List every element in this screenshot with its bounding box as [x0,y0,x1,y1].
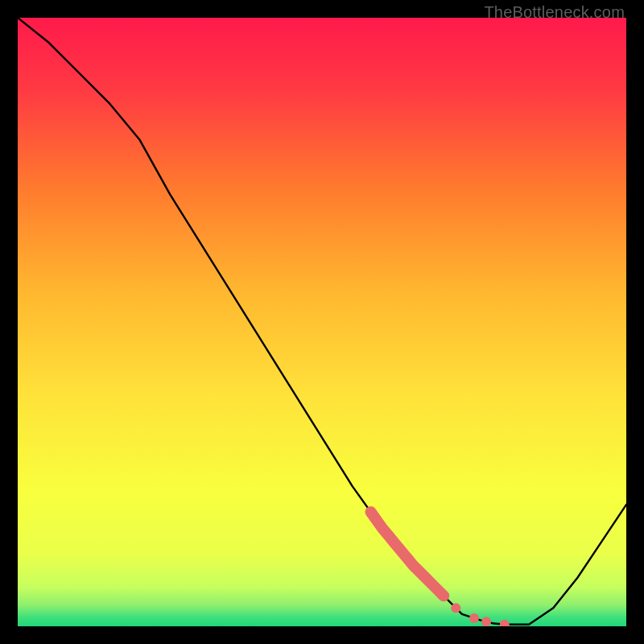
chart-stage: TheBottleneck.com [0,0,644,644]
highlight-dot [481,617,491,626]
watermark-text: TheBottleneck.com [484,3,625,22]
highlight-dot [469,613,479,623]
plot-area [18,18,626,626]
gradient-background [18,18,626,626]
plot-svg [18,18,626,626]
highlight-dot [451,603,460,613]
